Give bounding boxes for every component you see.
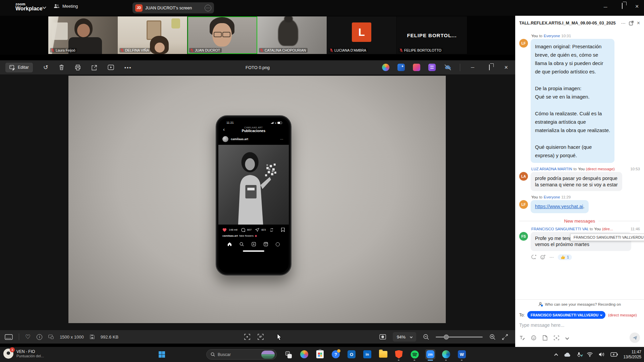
delete-icon[interactable] <box>59 64 64 70</box>
fullscreen-icon[interactable] <box>502 334 508 340</box>
screenshot-icon[interactable] <box>554 335 559 341</box>
more-options-icon[interactable]: ⋯ <box>621 21 626 26</box>
zoom-level-dropdown[interactable]: 94% <box>393 332 416 342</box>
rotate-icon[interactable]: ↺ <box>43 64 48 71</box>
tray-clock[interactable]: 11:47 13/5/2025 <box>624 350 641 360</box>
more-options-icon[interactable]: ⋯ <box>205 5 211 11</box>
more-options-icon[interactable]: ⋯ <box>280 137 285 141</box>
restore-button[interactable] <box>617 3 627 9</box>
visual-search-icon[interactable] <box>244 334 250 340</box>
video-tile-felipe[interactable]: FELIPE BORTOL... FELIPE BORTOLOTTO <box>397 16 467 54</box>
print-icon[interactable] <box>75 65 81 70</box>
battery-tray-icon[interactable] <box>610 352 618 357</box>
video-tile-luciana[interactable]: L LUCIANA D'AMBRA <box>327 16 396 54</box>
bing-daily-image[interactable] <box>261 351 275 359</box>
video-tile-catalina[interactable]: CATALINA CHOPOURIAN <box>257 16 327 54</box>
search-input[interactable] <box>218 352 258 357</box>
word-button[interactable]: W <box>457 349 467 359</box>
filmstrip-icon[interactable] <box>5 334 13 340</box>
ig-avatar[interactable] <box>222 136 228 142</box>
favorite-icon[interactable]: ♡ <box>25 333 31 341</box>
copilot-button[interactable] <box>299 349 309 359</box>
zoom-out-icon[interactable] <box>423 334 429 340</box>
repost-icon[interactable] <box>270 228 274 232</box>
back-icon[interactable]: ‹ <box>223 126 225 132</box>
clipchamp-icon[interactable] <box>428 64 436 71</box>
taskbar-search[interactable] <box>206 349 277 360</box>
file-explorer-button[interactable] <box>378 349 388 359</box>
attach-file-icon[interactable] <box>543 335 547 341</box>
share-icon[interactable] <box>91 65 97 70</box>
share-icon[interactable] <box>255 228 259 232</box>
emoji-icon[interactable] <box>531 335 536 341</box>
reply-icon[interactable] <box>531 255 536 259</box>
onedrive-tray-icon[interactable] <box>563 352 571 357</box>
close-icon[interactable]: × <box>637 20 640 26</box>
text-extract-icon[interactable] <box>258 334 264 340</box>
add-reaction-icon[interactable] <box>540 255 545 260</box>
tray-chevron-up-icon[interactable] <box>554 353 558 357</box>
message-bubble[interactable]: Imagen original: Presentación breve, de … <box>531 39 614 163</box>
outlook-button[interactable]: O <box>346 349 357 359</box>
message-input[interactable] <box>515 319 644 329</box>
zoom-in-icon[interactable] <box>489 334 495 340</box>
ig-username[interactable]: camilaas.art <box>231 137 278 141</box>
like-icon[interactable] <box>222 228 227 232</box>
close-button[interactable]: × <box>502 64 511 71</box>
caption-username[interactable]: camilaas.art <box>222 234 238 237</box>
format-icon[interactable] <box>519 335 525 341</box>
minimize-button[interactable]: ─ <box>600 4 610 10</box>
info-icon[interactable]: i <box>37 334 42 340</box>
home-icon[interactable] <box>227 242 232 246</box>
new-post-icon[interactable] <box>252 242 256 246</box>
tab-meeting[interactable]: Meeting <box>54 3 78 9</box>
fit-window-icon[interactable] <box>379 334 386 340</box>
spotify-button[interactable] <box>410 349 420 359</box>
ai-enhance-icon[interactable] <box>397 64 405 71</box>
video-tile-juan-active-speaker[interactable]: JUAN DUCROT <box>187 16 257 54</box>
brave-button[interactable] <box>394 349 404 359</box>
thumbs-up-reaction[interactable]: 1 <box>558 254 572 260</box>
video-tile-delfina[interactable]: DELFINA VIÑA <box>118 16 187 54</box>
more-options-icon[interactable]: ⋯ <box>549 255 554 260</box>
help-app-button[interactable]: ? <box>331 349 341 359</box>
privacy-notice[interactable]: Who can see your messages? Recording on <box>515 300 644 309</box>
clock-date: 13/5/2025 <box>624 355 641 360</box>
tab-screen-share[interactable]: JD JUAN DUCROT's screen ⋯ <box>132 2 214 13</box>
pop-out-icon[interactable] <box>629 21 634 25</box>
bookmark-icon[interactable] <box>281 228 285 232</box>
task-view-button[interactable] <box>283 349 293 359</box>
zoom-button-active[interactable]: zm <box>425 349 435 359</box>
edit-button[interactable]: Editar <box>5 63 33 72</box>
copilot-icon[interactable] <box>382 64 389 71</box>
chevron-down-icon[interactable] <box>565 336 569 340</box>
comment-icon[interactable] <box>241 228 245 232</box>
start-button[interactable] <box>159 351 165 358</box>
video-tile-laura[interactable]: Laura Feijoó <box>48 16 118 54</box>
volume-tray-icon[interactable] <box>599 352 605 357</box>
zoom-slider-knob[interactable] <box>444 335 449 340</box>
linkedin-button[interactable]: in <box>362 349 372 359</box>
chat-link[interactable]: https://www.yeschat.ai <box>535 204 583 209</box>
widgets-button[interactable]: 3 VEN - FIO Puntuación del... <box>3 349 44 359</box>
wifi-tray-icon[interactable] <box>587 352 593 357</box>
message-bubble[interactable]: https://www.yeschat.ai. <box>531 200 589 213</box>
search-icon[interactable] <box>239 242 244 246</box>
message-bubble[interactable]: profe podría pasar yo después porque la … <box>531 172 622 191</box>
mic-location-tray-icon[interactable] <box>577 352 581 357</box>
reels-icon[interactable] <box>264 242 268 246</box>
more-options-icon[interactable]: ••• <box>124 65 132 70</box>
profile-icon[interactable] <box>276 242 280 246</box>
restore-button[interactable] <box>485 65 494 70</box>
edge-button[interactable] <box>441 349 451 359</box>
zoom-slider[interactable] <box>436 337 483 338</box>
close-button[interactable]: × <box>632 3 642 10</box>
onedrive-off-icon[interactable] <box>444 64 452 71</box>
designer-icon[interactable] <box>413 64 420 71</box>
minimize-button[interactable]: ─ <box>468 65 477 70</box>
recipient-dropdown[interactable]: FRANCISCO SANGUINETTI VALLVERDU <box>527 311 605 319</box>
chevron-down-icon[interactable] <box>42 5 46 9</box>
send-button[interactable] <box>630 333 640 343</box>
microsoft-store-button[interactable] <box>315 349 325 359</box>
slideshow-icon[interactable] <box>108 65 114 70</box>
